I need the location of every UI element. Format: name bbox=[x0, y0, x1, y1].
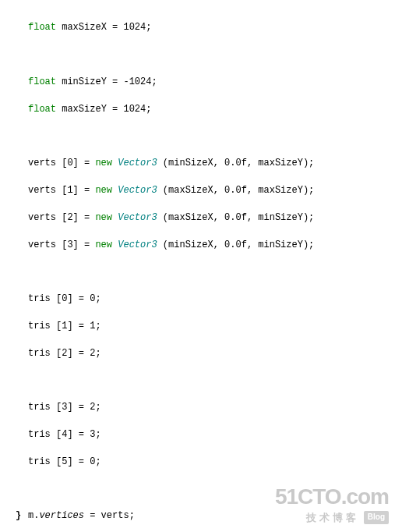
keyword: new bbox=[95, 239, 112, 250]
code-line: float maxSizeX = 1024; bbox=[28, 21, 395, 34]
blank-line bbox=[28, 48, 395, 62]
code-line: tris [1] = 1; bbox=[28, 320, 395, 333]
blank-line bbox=[28, 265, 395, 278]
code-line: verts [3] = new Vector3 (minSizeX, 0.0f,… bbox=[28, 239, 395, 252]
blank-line bbox=[28, 130, 395, 144]
code-line: float maxSizeY = 1024; bbox=[28, 103, 395, 116]
type-name: Vector3 bbox=[118, 239, 157, 250]
code-line: tris [2] = 2; bbox=[28, 347, 395, 360]
closing-brace: } bbox=[16, 509, 21, 523]
code-line: tris [0] = 0; bbox=[28, 293, 395, 306]
keyword: new bbox=[95, 158, 112, 168]
code-line: verts [1] = new Vector3 (maxSizeX, 0.0f,… bbox=[28, 184, 395, 197]
code-line: tris [5] = 0; bbox=[28, 456, 395, 469]
property: vertices bbox=[39, 510, 84, 521]
code-text: m. bbox=[28, 510, 39, 521]
blank-line bbox=[28, 483, 395, 496]
code-text: (minSizeX, 0.0f, maxSizeY); bbox=[157, 158, 315, 168]
code-line: tris [3] = 2; bbox=[28, 401, 395, 414]
keyword: new bbox=[95, 185, 112, 196]
code-text: (minSizeX, 0.0f, minSizeY); bbox=[157, 239, 315, 250]
keyword: float bbox=[28, 76, 56, 87]
code-text: verts [2] = bbox=[28, 212, 95, 223]
keyword: new bbox=[95, 212, 112, 223]
code-text: = verts; bbox=[84, 510, 135, 521]
code-text: (maxSizeX, 0.0f, minSizeY); bbox=[157, 212, 315, 223]
keyword: float bbox=[28, 22, 56, 33]
code-line: verts [0] = new Vector3 (minSizeX, 0.0f,… bbox=[28, 157, 395, 170]
code-text: verts [3] = bbox=[28, 239, 95, 250]
code-line: m.vertices = verts; bbox=[28, 509, 395, 523]
keyword: float bbox=[28, 104, 56, 115]
code-block: float maxSizeX = 1024; float minSizeY = … bbox=[0, 0, 395, 532]
code-text: minSizeY = -1024; bbox=[56, 76, 157, 87]
code-text: (maxSizeX, 0.0f, maxSizeY); bbox=[157, 185, 315, 196]
code-line: tris [4] = 3; bbox=[28, 428, 395, 442]
code-text: verts [0] = bbox=[28, 158, 95, 168]
code-text: maxSizeY = 1024; bbox=[56, 104, 151, 115]
type-name: Vector3 bbox=[118, 185, 157, 196]
code-text: maxSizeX = 1024; bbox=[56, 22, 151, 33]
blank-line bbox=[28, 374, 395, 388]
code-line: verts [2] = new Vector3 (maxSizeX, 0.0f,… bbox=[28, 211, 395, 225]
code-line: float minSizeY = -1024; bbox=[28, 76, 395, 89]
type-name: Vector3 bbox=[118, 212, 157, 223]
type-name: Vector3 bbox=[118, 158, 157, 168]
code-text: verts [1] = bbox=[28, 185, 95, 196]
